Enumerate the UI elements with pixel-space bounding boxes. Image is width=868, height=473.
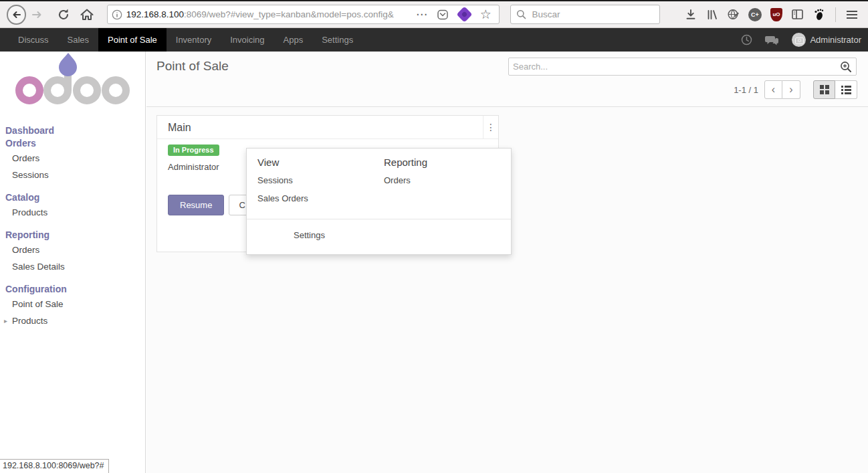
kanban-view-button[interactable]	[813, 80, 835, 99]
toolbar-separator	[835, 7, 836, 22]
url-bar[interactable]: 192.168.8.100:8069/web?#view_type=kanban…	[107, 5, 500, 24]
gem-extension-icon	[456, 6, 472, 22]
sidebar-header-reporting[interactable]: Reporting	[0, 229, 145, 242]
nav-item-sales[interactable]: Sales	[58, 28, 99, 52]
list-view-button[interactable]	[835, 80, 857, 99]
page-info-icon[interactable]	[112, 9, 122, 20]
card-title: Main	[157, 116, 483, 138]
sidebar-item-sessions[interactable]: Sessions	[0, 167, 145, 183]
record-search[interactable]	[508, 58, 857, 76]
downloads-button[interactable]	[681, 5, 700, 24]
home-icon	[80, 8, 94, 21]
dropdown-item-settings[interactable]: Settings	[294, 230, 325, 240]
overflow-icon: ⋯	[416, 7, 427, 21]
dropdown-reporting-header: Reporting	[384, 157, 427, 168]
library-icon	[706, 9, 718, 21]
card-manage-button[interactable]: ⋮	[483, 116, 498, 138]
hamburger-icon	[847, 11, 857, 19]
sidebar-item-orders[interactable]: Orders	[0, 150, 145, 167]
dropdown-item-orders[interactable]: Orders	[384, 175, 427, 185]
extension-gem-button[interactable]	[455, 5, 473, 24]
user-name[interactable]: Administrator	[810, 35, 861, 45]
kebab-icon: ⋮	[486, 122, 496, 132]
dropdown-item-sales-orders[interactable]: Sales Orders	[257, 193, 308, 203]
forward-button[interactable]	[27, 5, 45, 24]
dropdown-divider	[247, 219, 511, 219]
url-path: :8069/web?#view_type=kanban&model=pos.co…	[184, 9, 394, 19]
odoo-logo	[12, 52, 145, 107]
ublock-button[interactable]: uO	[767, 5, 786, 24]
sidebar-item-reporting-orders[interactable]: Orders	[0, 242, 145, 258]
pos-kanban-card[interactable]: Main ⋮ In Progress Administrator Resume …	[156, 115, 499, 252]
sidebar-header-configuration[interactable]: Configuration	[0, 283, 145, 296]
nav-item-point-of-sale[interactable]: Point of Sale	[98, 28, 167, 52]
card-header: Main ⋮	[157, 116, 498, 139]
sidebar-panel-icon	[791, 9, 804, 20]
library-button[interactable]	[703, 5, 722, 24]
ublock-shield-icon: uO	[770, 8, 782, 21]
pager-next-button[interactable]: ›	[782, 80, 800, 99]
view-switcher	[813, 80, 857, 99]
odoo-navbar: Discuss Sales Point of Sale Inventory In…	[0, 28, 868, 52]
sidebar-item-sales-details[interactable]: Sales Details	[0, 258, 145, 275]
bookmark-button[interactable]: ☆	[476, 5, 495, 24]
sidebar-item-config-products[interactable]: ▸ Products	[0, 312, 145, 329]
back-icon	[11, 9, 23, 21]
user-avatar[interactable]	[792, 33, 806, 47]
sidebar-item-point-of-sale[interactable]: Point of Sale	[0, 296, 145, 312]
dropdown-view-column: View Sessions Sales Orders	[257, 157, 308, 211]
globe-pencil-icon	[727, 8, 740, 21]
chat-bubbles-icon	[765, 35, 779, 45]
app-sidebar: Dashboard Orders Orders Sessions Catalog…	[0, 52, 146, 473]
browser-search[interactable]	[510, 5, 660, 24]
dropdown-item-sessions[interactable]: Sessions	[257, 175, 308, 185]
back-button[interactable]	[7, 5, 26, 25]
home-button[interactable]	[78, 5, 96, 24]
activities-button[interactable]	[737, 31, 756, 50]
dropdown-reporting-column: Reporting Orders	[384, 157, 427, 193]
search-plus-icon[interactable]	[840, 61, 852, 73]
nav-item-invoicing[interactable]: Invoicing	[221, 28, 274, 52]
sidebar-header-orders[interactable]: Orders	[0, 137, 145, 150]
browser-status-tooltip: 192.168.8.100:8069/web?#	[0, 459, 109, 473]
card-buttons: Resume C	[168, 195, 255, 215]
browser-toolbar: 192.168.8.100:8069/web?#view_type=kanban…	[0, 1, 868, 28]
url-host: 192.168.8.100	[126, 9, 184, 19]
record-search-input[interactable]	[513, 62, 840, 72]
sidebar-header-catalog[interactable]: Catalog	[0, 191, 145, 204]
kanban-view: Main ⋮ In Progress Administrator Resume …	[146, 107, 868, 473]
odoo-logo-image	[12, 52, 136, 104]
pager-buttons: ‹ ›	[764, 80, 800, 99]
forward-icon	[30, 9, 43, 21]
caret-right-icon[interactable]: ▸	[4, 312, 7, 329]
web-developer-button[interactable]	[724, 5, 743, 24]
bookmark-star-icon: ☆	[480, 7, 492, 22]
messages-button[interactable]	[762, 31, 781, 50]
extension-cplus-button[interactable]: C+	[746, 5, 764, 24]
cplus-extension-icon: C+	[748, 8, 762, 21]
browser-search-input[interactable]	[532, 9, 645, 19]
pager-previous-button[interactable]: ‹	[764, 80, 782, 99]
page-actions-button[interactable]: ⋯	[412, 5, 431, 24]
url-text: 192.168.8.100:8069/web?#view_type=kanban…	[126, 9, 421, 19]
sidebar-menu: Dashboard Orders Orders Sessions Catalog…	[0, 107, 145, 329]
resume-button[interactable]: Resume	[168, 195, 224, 215]
nav-item-discuss[interactable]: Discuss	[9, 28, 58, 52]
nav-item-inventory[interactable]: Inventory	[167, 28, 221, 52]
gnome-extension-button[interactable]	[810, 5, 829, 24]
sidebar-toggle-button[interactable]	[788, 5, 807, 24]
pocket-icon	[437, 9, 449, 21]
dropdown-view-header: View	[257, 157, 308, 168]
pager-counter: 1-1 / 1	[734, 85, 758, 95]
nav-item-settings[interactable]: Settings	[312, 28, 362, 52]
sidebar-item-products[interactable]: Products	[0, 204, 145, 221]
nav-item-apps[interactable]: Apps	[274, 28, 313, 52]
reload-button[interactable]	[54, 5, 72, 24]
status-badge: In Progress	[168, 145, 219, 156]
chevron-right-icon: ›	[789, 84, 792, 96]
pocket-button[interactable]	[433, 5, 452, 24]
sidebar-header-dashboard[interactable]: Dashboard	[0, 124, 145, 137]
browser-systray: C+ uO	[680, 5, 863, 24]
menu-button[interactable]	[843, 5, 861, 24]
download-icon	[685, 9, 697, 21]
